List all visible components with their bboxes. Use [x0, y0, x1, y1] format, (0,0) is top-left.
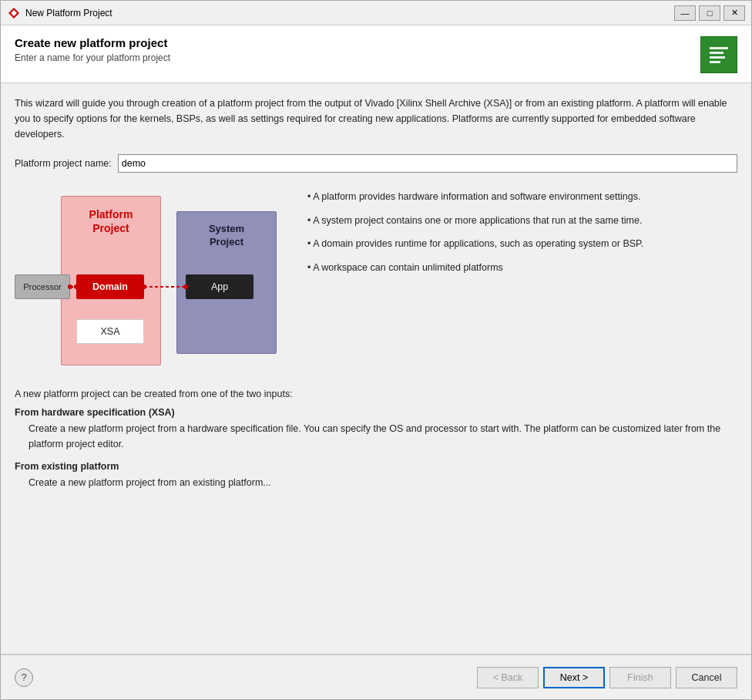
header-text: Create new platform project Enter a name…: [15, 36, 170, 63]
xsa-section-title: From hardware specification (XSA): [15, 407, 737, 418]
dialog-subtitle: Enter a name for your platform project: [15, 52, 170, 63]
dialog-title: Create new platform project: [15, 36, 170, 49]
title-bar: New Platform Project — □ ✕: [1, 1, 751, 25]
cancel-button[interactable]: Cancel: [676, 667, 737, 688]
help-button[interactable]: ?: [15, 668, 33, 687]
close-button[interactable]: ✕: [723, 5, 745, 21]
app-icon: [7, 6, 21, 20]
system-project-label: SystemProject: [177, 212, 276, 249]
svg-rect-5: [710, 56, 725, 59]
processor-element: Processor: [15, 274, 70, 299]
xsa-element: XSA: [76, 319, 144, 344]
project-name-input[interactable]: [118, 154, 737, 173]
platform-project-label: PlatformProject: [62, 197, 160, 235]
svg-rect-3: [710, 47, 728, 49]
svg-rect-6: [710, 61, 720, 63]
desc-bullet2: • A system project contains one or more …: [307, 212, 737, 230]
dialog-footer: ? < Back Next > Finish Cancel: [1, 655, 751, 699]
svg-rect-4: [710, 52, 723, 54]
desc-bullet1: • A platform provides hardware informati…: [307, 188, 737, 206]
main-window: New Platform Project — □ ✕ Create new pl…: [0, 0, 752, 700]
back-button[interactable]: < Back: [477, 667, 539, 688]
footer-left: ?: [15, 668, 33, 687]
existing-platform-section-title: From existing platform: [15, 461, 737, 472]
desc-bullet4: • A workspace can contain unlimited plat…: [307, 259, 737, 277]
wizard-icon: [700, 36, 737, 73]
dialog-header: Create new platform project Enter a name…: [1, 25, 751, 83]
finish-button[interactable]: Finish: [609, 667, 671, 688]
project-name-label: Platform project name:: [15, 158, 112, 169]
architecture-diagram: PlatformProject SystemProject Processor …: [15, 188, 292, 373]
window-controls: — □ ✕: [674, 5, 745, 21]
svg-rect-2: [707, 42, 731, 67]
intro-text: This wizard will guide you through creat…: [15, 96, 737, 142]
content-area: This wizard will guide you through creat…: [1, 83, 751, 655]
app-element: App: [186, 274, 253, 299]
maximize-button[interactable]: □: [699, 5, 720, 21]
feature-description: • A platform provides hardware informati…: [307, 188, 737, 373]
next-button[interactable]: Next >: [543, 667, 605, 688]
minimize-button[interactable]: —: [674, 5, 696, 21]
domain-element: Domain: [76, 274, 144, 299]
desc-bullet3: • A domain provides runtime for applicat…: [307, 235, 737, 253]
inputs-intro: A new platform project can be created fr…: [15, 389, 737, 399]
window-title: New Platform Project: [25, 8, 674, 19]
footer-buttons: < Back Next > Finish Cancel: [477, 667, 737, 688]
diagram-description-row: PlatformProject SystemProject Processor …: [15, 188, 737, 373]
project-name-row: Platform project name:: [15, 154, 737, 173]
xsa-section-body: Create a new platform project from a har…: [29, 421, 737, 452]
existing-platform-section-body: Create a new platform project from an ex…: [29, 475, 737, 490]
